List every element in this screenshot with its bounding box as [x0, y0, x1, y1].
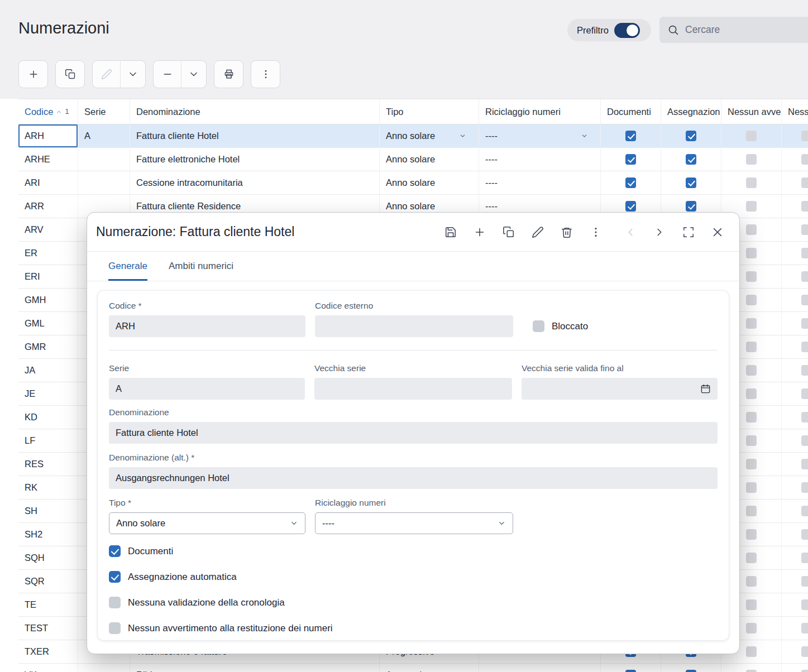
- checkbox[interactable]: [625, 201, 636, 212]
- checkbox[interactable]: [746, 388, 757, 399]
- cell-ness[interactable]: [782, 148, 808, 171]
- cell-serie[interactable]: [78, 664, 130, 672]
- checkbox[interactable]: [746, 459, 757, 469]
- cell-riciclaggio[interactable]: ----: [479, 664, 601, 672]
- cell-ness[interactable]: [782, 382, 808, 405]
- cell-assegnazione[interactable]: [661, 124, 721, 147]
- checkbox[interactable]: [746, 506, 757, 516]
- checkbox[interactable]: [625, 154, 636, 165]
- cell-serie[interactable]: [78, 171, 130, 194]
- cell-codice[interactable]: SQR: [18, 570, 78, 593]
- cell-documenti[interactable]: [601, 124, 661, 147]
- cell-codice[interactable]: GML: [18, 312, 78, 335]
- cell-nessun-avvertimento[interactable]: [721, 124, 782, 147]
- cell-codice[interactable]: SH2: [18, 523, 78, 546]
- denominazione-alt-input[interactable]: Ausgangsrechnungen Hotel: [109, 467, 718, 489]
- column-header-codice[interactable]: Codice 1: [18, 99, 78, 124]
- checkbox[interactable]: [625, 670, 636, 672]
- cell-codice[interactable]: TXER: [18, 640, 78, 663]
- cell-ness[interactable]: [782, 406, 808, 429]
- checkbox[interactable]: [801, 670, 808, 672]
- checkbox[interactable]: [686, 154, 696, 165]
- checkbox[interactable]: [746, 131, 757, 141]
- cell-documenti[interactable]: [601, 664, 661, 672]
- riciclaggio-select[interactable]: ----: [315, 512, 513, 534]
- checkbox[interactable]: [801, 177, 808, 188]
- cell-codice[interactable]: SQH: [18, 546, 78, 569]
- cell-codice[interactable]: ARV: [18, 218, 78, 241]
- checkbox[interactable]: [801, 459, 808, 469]
- checkbox[interactable]: [801, 131, 808, 141]
- cell-codice[interactable]: KD: [18, 406, 78, 429]
- cell-riciclaggio[interactable]: ----: [479, 148, 601, 171]
- cell-assegnazione[interactable]: [661, 171, 721, 194]
- cell-ness[interactable]: [782, 664, 808, 672]
- cell-codice[interactable]: ARHE: [18, 148, 78, 171]
- cell-codice[interactable]: ARI: [18, 171, 78, 194]
- cell-codice[interactable]: JA: [18, 359, 78, 382]
- codice-input[interactable]: ARH: [109, 315, 305, 337]
- copy-button-dialog[interactable]: [498, 222, 519, 243]
- checkbox[interactable]: [746, 412, 757, 423]
- dialog-checkbox-3[interactable]: Nessun avvertimento alla restituzione de…: [109, 622, 718, 634]
- cell-codice[interactable]: JE: [18, 382, 78, 405]
- dialog-checkbox-2[interactable]: Nessuna validazione della cronologia: [109, 597, 718, 608]
- more-button[interactable]: [251, 60, 280, 88]
- checkbox[interactable]: [801, 482, 808, 493]
- tab-generale[interactable]: Generale: [108, 261, 147, 281]
- cell-ness[interactable]: [782, 500, 808, 522]
- checkbox[interactable]: [801, 506, 808, 516]
- cell-codice[interactable]: RES: [18, 453, 78, 476]
- column-header-documenti[interactable]: Documenti: [601, 99, 661, 124]
- denominazione-input[interactable]: Fattura cliente Hotel: [109, 422, 718, 444]
- edit-button-dialog[interactable]: [527, 222, 548, 243]
- cell-codice[interactable]: TEST: [18, 617, 78, 640]
- column-header-tipo[interactable]: Tipo: [380, 99, 479, 124]
- checkbox[interactable]: [801, 342, 808, 352]
- cell-nessun-avvertimento[interactable]: [721, 171, 782, 194]
- tipo-select[interactable]: Anno solare: [109, 512, 305, 534]
- cell-codice[interactable]: SH: [18, 500, 78, 522]
- cell-ness[interactable]: [782, 171, 808, 194]
- cell-tipo[interactable]: Anno solare: [380, 124, 479, 147]
- checkbox[interactable]: [533, 320, 544, 332]
- cell-ness[interactable]: [782, 476, 808, 499]
- remove-dropdown-button[interactable]: [181, 60, 207, 88]
- cell-ness[interactable]: [782, 617, 808, 640]
- copy-button[interactable]: [55, 60, 85, 88]
- cell-codice[interactable]: GMH: [18, 289, 78, 311]
- cell-codice[interactable]: ERI: [18, 265, 78, 288]
- checkbox[interactable]: [746, 482, 757, 493]
- cell-codice[interactable]: GMR: [18, 335, 78, 358]
- remove-button[interactable]: [153, 60, 181, 88]
- cell-ness[interactable]: [782, 523, 808, 546]
- toggle-switch[interactable]: [614, 23, 640, 38]
- checkbox[interactable]: [746, 670, 757, 672]
- column-header-riciclaggio[interactable]: Riciclaggio numeri: [479, 99, 601, 124]
- column-header-ness[interactable]: Ness: [782, 99, 808, 124]
- cell-tipo[interactable]: Anno solare: [380, 148, 479, 171]
- cell-assegnazione[interactable]: [661, 148, 721, 171]
- cell-nessun-avvertimento[interactable]: [721, 664, 782, 672]
- checkbox[interactable]: [801, 553, 808, 563]
- checkbox[interactable]: [746, 529, 757, 540]
- dialog-checkbox-0[interactable]: Documenti: [109, 545, 718, 557]
- cell-serie[interactable]: [78, 148, 130, 171]
- column-header-nessun-avvertimento[interactable]: Nessun avve: [721, 99, 782, 124]
- checkbox[interactable]: [801, 271, 808, 282]
- cell-tipo[interactable]: Anno solare: [380, 664, 479, 672]
- table-row[interactable]: ARICessione intracomunitariaAnno solare-…: [18, 171, 808, 195]
- checkbox[interactable]: [625, 131, 636, 141]
- cell-ness[interactable]: [782, 312, 808, 335]
- edit-button[interactable]: [92, 60, 120, 88]
- tab-ambiti-numerici[interactable]: Ambiti numerici: [169, 261, 233, 281]
- cell-ness[interactable]: [782, 195, 808, 218]
- delete-button[interactable]: [556, 222, 577, 243]
- cell-denominazione[interactable]: Riblocco: [130, 664, 380, 672]
- checkbox[interactable]: [746, 365, 757, 376]
- more-button-dialog[interactable]: [585, 222, 606, 243]
- checkbox[interactable]: [801, 623, 808, 633]
- checkbox[interactable]: [109, 545, 121, 557]
- cell-ness[interactable]: [782, 546, 808, 569]
- checkbox[interactable]: [746, 201, 757, 212]
